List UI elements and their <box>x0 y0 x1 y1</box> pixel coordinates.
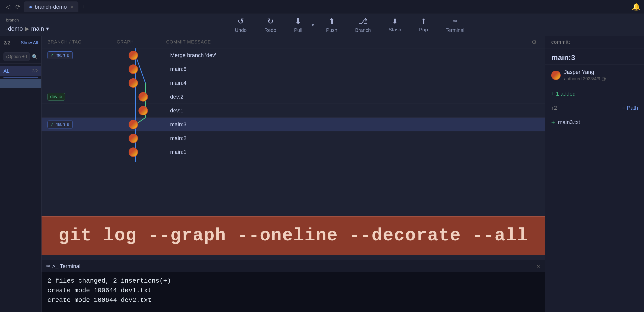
branch-small-label: branch <box>6 18 19 23</box>
sort-icon[interactable]: ↑2 <box>551 105 557 111</box>
commit-label: commit: <box>551 39 570 45</box>
pop-button[interactable]: ⬆ Pop <box>410 15 437 35</box>
avatar-4 <box>138 106 148 115</box>
commit-row-main3[interactable]: ✓ main 🖥 main:3 <box>42 118 545 131</box>
toolbar-actions: ↺ Undo ↻ Redo ⬇ Pull ▾ ⬆ Push ⎇ Branch ⬇… <box>55 14 644 35</box>
commit-stats: + 1 added <box>545 86 644 101</box>
redo-button[interactable]: ↻ Redo <box>256 14 285 35</box>
commit-title: main:3 <box>551 53 638 62</box>
monitor-icon-dev: 🖥 <box>59 95 62 99</box>
repo-nav: branch -demo ▶ main ▾ <box>0 14 55 36</box>
sidebar-header: 2/2 Show All <box>0 36 41 50</box>
commit-graph-cell-5 <box>117 118 166 131</box>
right-top-bar: commit: <box>545 36 644 48</box>
back-button[interactable]: ◁ <box>3 2 13 12</box>
show-all-button[interactable]: Show All <box>21 40 38 45</box>
sidebar-progress-al <box>4 77 38 78</box>
undo-label: Undo <box>235 27 246 33</box>
add-tab-button[interactable]: + <box>80 2 88 11</box>
commit-row-dev1[interactable]: dev:1 <box>42 104 545 118</box>
branch-tag-main-2[interactable]: ✓ main 🖥 <box>48 121 73 128</box>
push-label: Push <box>326 27 337 33</box>
commit-branch-cell-main1: ✓ main 🖥 <box>48 51 117 59</box>
file-name: main3.txt <box>558 119 580 125</box>
terminal-label: Terminal <box>446 27 464 33</box>
undo-icon: ↺ <box>238 16 244 26</box>
pop-icon: ⬆ <box>421 17 426 25</box>
avatar-0 <box>128 51 138 60</box>
commit-graph-cell-1 <box>117 62 166 76</box>
author-name: Jasper Yang <box>564 69 606 75</box>
close-tab-button[interactable]: × <box>71 4 74 10</box>
avatar-7 <box>128 147 138 157</box>
commit-message-main5: main:5 <box>166 66 545 72</box>
commit-graph-cell-7 <box>117 145 166 159</box>
commit-row-main1[interactable]: main:1 <box>42 145 545 159</box>
repo-name-label: -demo <box>6 25 23 32</box>
undo-button[interactable]: ↺ Undo <box>226 14 256 35</box>
commit-graph-cell-2 <box>117 76 166 90</box>
column-header-branch: BRANCH / TAG <box>48 39 117 45</box>
avatar-3 <box>138 92 148 101</box>
file-added-icon: + <box>551 118 555 126</box>
commit-message-main2: main:2 <box>166 135 545 142</box>
tab-bar: ◁ ⟳ ● branch-demo × + 🔔 <box>0 0 644 14</box>
terminal-icon: ⌨ <box>452 16 457 26</box>
terminal-header: ⌨ >_ Terminal × <box>42 260 545 272</box>
commit-row-main4[interactable]: main:4 <box>42 76 545 90</box>
branch-icon: ⎇ <box>358 16 368 26</box>
pull-dropdown-button[interactable]: ▾ <box>309 19 317 30</box>
terminal-title-label: >_ Terminal <box>52 263 80 270</box>
sidebar-section-al: AL 2/2 <box>0 64 41 92</box>
commit-row-main5[interactable]: main:5 <box>42 62 545 76</box>
main-area: 2/2 Show All 🔍 AL 2/2 BRANCH / TAG GRAPH… <box>0 36 644 312</box>
stat-added: + 1 added <box>551 91 576 97</box>
git-graph-area: BRANCH / TAG GRAPH COMMIT MESSAGE ⚙ <box>42 36 545 312</box>
notifications-button[interactable]: 🔔 <box>631 2 641 12</box>
terminal-line-3: create mode 100644 dev2.txt <box>48 296 539 305</box>
dev-label: dev <box>50 94 58 99</box>
filter-count: 2/2 <box>4 40 10 46</box>
sidebar-item-al-label: AL <box>4 68 10 74</box>
commit-row-merge[interactable]: ✓ main 🖥 Merge branch 'dev' <box>42 48 545 62</box>
branch-button[interactable]: ⎇ Branch <box>346 14 380 35</box>
pull-group: ⬇ Pull ▾ <box>285 14 317 35</box>
refresh-button[interactable]: ⟳ <box>13 2 23 12</box>
commit-row-main2[interactable]: main:2 <box>42 131 545 145</box>
branch-selector[interactable]: main ▾ <box>31 25 49 32</box>
tab-branch-demo[interactable]: ● branch-demo × <box>24 1 78 12</box>
check-icon-1: ✓ <box>50 53 54 58</box>
pull-button[interactable]: ⬇ Pull <box>285 14 311 35</box>
terminal-button[interactable]: ⌨ Terminal <box>437 14 473 35</box>
file-item-main3txt[interactable]: + main3.txt <box>545 115 644 129</box>
avatar-2 <box>128 78 138 88</box>
commit-branch-cell-main2: ✓ main 🖥 <box>48 121 117 128</box>
monitor-icon-1: 🖥 <box>66 53 70 57</box>
branch-tag-main-label-2: main <box>56 122 65 127</box>
author-avatar <box>551 71 561 80</box>
tab-dot: ● <box>29 4 32 10</box>
sidebar-item-al[interactable]: AL 2/2 <box>0 66 41 76</box>
column-header-graph: GRAPH <box>117 39 166 45</box>
commit-row-dev2[interactable]: dev 🖥 dev:2 <box>42 90 545 104</box>
sidebar-item-al-count: 2/2 <box>32 69 38 74</box>
commit-message-main3: main:3 <box>166 121 545 128</box>
graph-settings-button[interactable]: ⚙ <box>529 39 539 46</box>
terminal-close-button[interactable]: × <box>537 263 540 270</box>
commit-author-row: Jasper Yang authored 2023/4/9 @ <box>545 64 644 86</box>
avatar-6 <box>128 134 138 143</box>
avatar-1 <box>128 64 138 74</box>
path-label[interactable]: ≡ Path <box>622 105 638 111</box>
stash-button[interactable]: ⬇ Stash <box>380 15 410 35</box>
check-icon-2: ✓ <box>50 122 54 127</box>
branch-tag-main-1[interactable]: ✓ main 🖥 <box>48 51 73 59</box>
search-input[interactable] <box>4 52 30 61</box>
author-info: Jasper Yang authored 2023/4/9 @ <box>564 69 606 81</box>
left-sidebar: 2/2 Show All 🔍 AL 2/2 <box>0 36 42 312</box>
tab-label: branch-demo <box>34 4 67 10</box>
commit-message-dev2: dev:2 <box>166 94 545 100</box>
push-button[interactable]: ⬆ Push <box>317 14 346 35</box>
branch-tag-dev[interactable]: dev 🖥 <box>48 93 65 100</box>
avatar-5 <box>128 120 138 129</box>
column-header-commit: COMMIT MESSAGE <box>166 39 529 45</box>
